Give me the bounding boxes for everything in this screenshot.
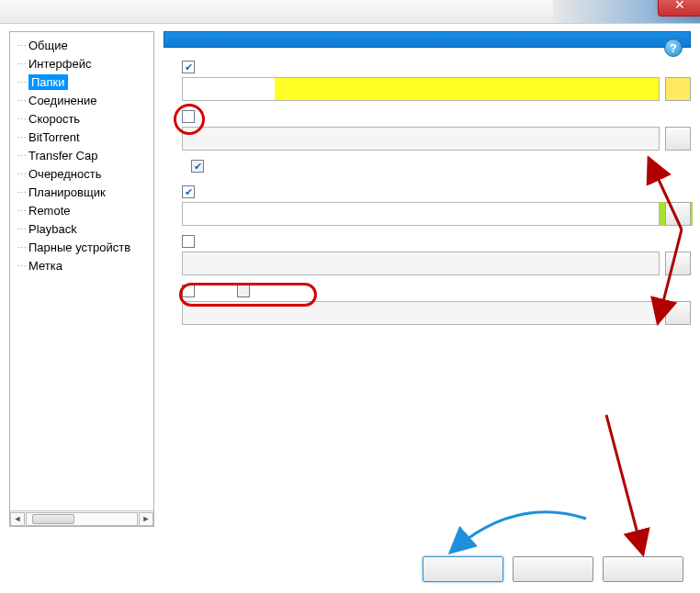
browse-move-completed[interactable] <box>665 127 691 151</box>
checkbox-save-torrents[interactable] <box>182 185 195 198</box>
browse-put-downloads[interactable] <box>665 77 691 101</box>
apply-button[interactable] <box>603 556 683 582</box>
tree-dot-icon: ⋯ <box>16 261 28 271</box>
field-autoload <box>164 301 691 325</box>
tree-dot-icon: ⋯ <box>16 114 28 124</box>
sidebar-item-label: Скорость <box>28 112 80 126</box>
row-put-downloads[interactable] <box>164 61 691 73</box>
scroll-left-icon[interactable]: ◄ <box>10 512 25 526</box>
field-move-torrents <box>164 252 691 275</box>
checkbox-move-completed[interactable] <box>182 110 195 123</box>
browse-autoload[interactable] <box>665 301 691 325</box>
panel-header: ? <box>164 31 691 48</box>
field-put-downloads <box>164 77 691 101</box>
sidebar-item-5[interactable]: ⋯BitTorrent <box>10 128 153 146</box>
checkbox-delete-loaded <box>237 285 250 297</box>
checkbox-autoload[interactable] <box>182 285 195 297</box>
input-move-torrents-path[interactable] <box>182 252 660 275</box>
cancel-button[interactable] <box>513 556 593 582</box>
sidebar-item-label: Парные устройств <box>28 241 130 254</box>
sidebar-item-4[interactable]: ⋯Скорость <box>10 109 153 128</box>
sidebar-item-label: Соединение <box>28 94 97 107</box>
sidebar-item-2[interactable]: ⋯Папки <box>10 73 153 91</box>
tree-dot-icon: ⋯ <box>16 132 28 142</box>
dialog-buttons <box>0 556 700 582</box>
sidebar-item-label: Remote <box>28 204 71 218</box>
sidebar-item-label: Интерфейс <box>28 57 91 71</box>
tree-dot-icon: ⋯ <box>16 169 28 179</box>
sidebar-item-label: Метка <box>28 259 62 273</box>
sidebar-item-label: Playback <box>28 222 77 236</box>
sidebar-item-label: BitTorrent <box>28 130 80 144</box>
checkbox-move-torrents[interactable] <box>182 235 195 248</box>
sidebar-item-10[interactable]: ⋯Playback <box>10 219 153 238</box>
titlebar: ✕ <box>0 0 700 24</box>
input-put-downloads-path[interactable] <box>182 77 660 101</box>
settings-panel: ? <box>164 31 691 527</box>
input-save-torrents-path[interactable] <box>182 202 660 226</box>
scroll-right-icon[interactable]: ► <box>139 512 153 526</box>
sidebar-item-8[interactable]: ⋯Планировщик <box>10 183 153 201</box>
sidebar-item-label: Папки <box>28 74 68 90</box>
sidebar-item-9[interactable]: ⋯Remote <box>10 201 153 219</box>
row-save-torrents[interactable] <box>164 185 691 198</box>
sidebar-item-label: Transfer Cap <box>28 149 97 162</box>
tree-dot-icon: ⋯ <box>16 95 28 106</box>
sidebar-item-0[interactable]: ⋯Общие <box>10 36 153 54</box>
sidebar-item-label: Общие <box>28 39 68 52</box>
row-move-completed[interactable] <box>164 110 691 123</box>
checkbox-only-default <box>191 160 204 173</box>
tree-dot-icon: ⋯ <box>16 242 28 252</box>
browse-save-torrents[interactable] <box>665 202 691 226</box>
sidebar-item-label: Очередность <box>28 167 102 181</box>
input-autoload-path[interactable] <box>182 301 660 325</box>
sidebar-item-1[interactable]: ⋯Интерфейс <box>10 54 153 73</box>
row-move-torrents[interactable] <box>164 235 691 248</box>
annotation-yellow-highlight <box>275 78 659 100</box>
tree-dot-icon: ⋯ <box>16 40 28 50</box>
sidebar-item-12[interactable]: ⋯Метка <box>10 256 153 274</box>
row-autoload[interactable] <box>164 285 691 297</box>
tree-dot-icon: ⋯ <box>16 187 28 197</box>
tree-dot-icon: ⋯ <box>16 77 28 87</box>
field-save-torrents <box>164 202 691 226</box>
ok-button[interactable] <box>423 556 503 582</box>
scroll-thumb[interactable] <box>32 514 74 524</box>
browse-move-torrents[interactable] <box>665 252 691 275</box>
sidebar-hscrollbar[interactable]: ◄ ► <box>10 510 153 526</box>
input-move-completed-path[interactable] <box>182 127 660 151</box>
sidebar-item-label: Планировщик <box>28 185 106 199</box>
help-icon[interactable]: ? <box>664 39 683 57</box>
checkbox-put-downloads[interactable] <box>182 61 195 73</box>
sidebar: ⋯Общие⋯Интерфейс⋯Папки⋯Соединение⋯Скорос… <box>9 31 154 527</box>
sidebar-item-7[interactable]: ⋯Очередность <box>10 164 153 183</box>
sidebar-item-11[interactable]: ⋯Парные устройств <box>10 238 153 256</box>
sidebar-item-3[interactable]: ⋯Соединение <box>10 91 153 109</box>
tree-dot-icon: ⋯ <box>16 151 28 161</box>
close-button[interactable]: ✕ <box>658 0 700 17</box>
row-only-default <box>164 160 691 173</box>
tree-dot-icon: ⋯ <box>16 206 28 216</box>
tree-dot-icon: ⋯ <box>16 224 28 234</box>
tree-dot-icon: ⋯ <box>16 59 28 69</box>
scroll-track[interactable] <box>26 512 138 526</box>
field-move-completed <box>164 127 691 151</box>
sidebar-item-6[interactable]: ⋯Transfer Cap <box>10 146 153 164</box>
